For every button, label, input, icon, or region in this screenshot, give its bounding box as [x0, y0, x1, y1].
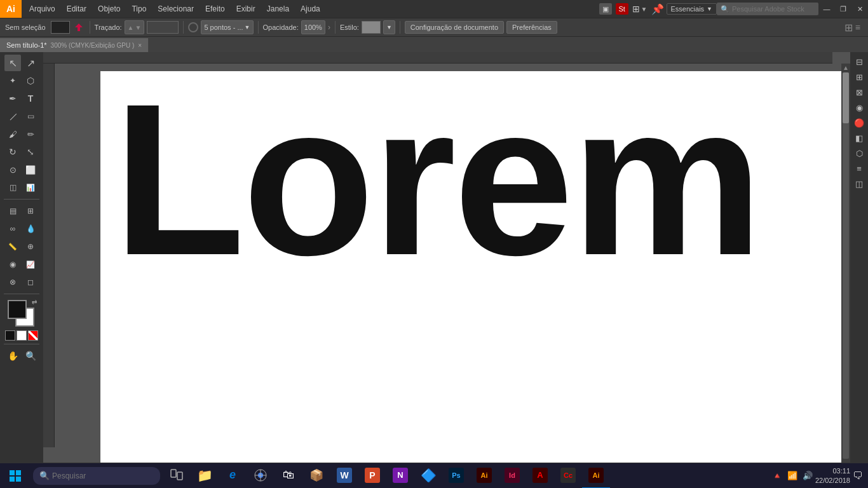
- preferencias-button[interactable]: Preferências: [506, 21, 557, 34]
- vertical-scrollbar[interactable]: ▲ ▼: [841, 64, 850, 468]
- tray-network-icon[interactable]: 📶: [787, 471, 797, 480]
- arrange-icon[interactable]: ⊞: [844, 22, 853, 34]
- eraser-tool-button[interactable]: ◻: [22, 274, 39, 290]
- right-panel-btn-5[interactable]: 🔴: [852, 116, 866, 130]
- black-swatch[interactable]: [5, 330, 15, 341]
- right-panel-btn-1[interactable]: ⊟: [852, 55, 866, 69]
- pencil-tool-button[interactable]: ✏: [22, 126, 39, 142]
- scroll-thumb-vertical[interactable]: [843, 72, 849, 123]
- acrobat-button[interactable]: A: [526, 463, 554, 489]
- free-transform-tool-button[interactable]: ⬜: [22, 161, 39, 178]
- close-button[interactable]: ✕: [851, 0, 868, 18]
- powerpoint-button[interactable]: P: [358, 463, 386, 489]
- illustrator-taskbar-button[interactable]: Ai: [470, 463, 498, 489]
- menu-janela[interactable]: Janela: [262, 2, 294, 16]
- swap-colors-icon[interactable]: ⇄: [32, 299, 37, 306]
- tray-icon-1[interactable]: 🔺: [772, 471, 782, 480]
- paintbrush-tool-button[interactable]: 🖌: [4, 126, 21, 142]
- indesign-button[interactable]: Id: [498, 463, 526, 489]
- white-swatch[interactable]: [17, 330, 27, 341]
- scroll-up-button[interactable]: ▲: [842, 64, 850, 71]
- right-panel-btn-2[interactable]: ⊞: [852, 70, 866, 84]
- taskbar-search-input[interactable]: [52, 471, 154, 480]
- lorem-text: Lorem: [100, 71, 761, 287]
- word-button[interactable]: W: [330, 463, 358, 489]
- warp-tool-button[interactable]: ⊙: [4, 161, 21, 178]
- taskbar-search-box[interactable]: 🔍: [33, 467, 160, 485]
- tray-volume-icon[interactable]: 🔊: [803, 471, 813, 480]
- zoom-tool-button[interactable]: 🔍: [22, 348, 39, 364]
- spray-tool-button[interactable]: ⊕: [22, 238, 39, 255]
- none-swatch[interactable]: [28, 330, 38, 341]
- illustrator-active-button[interactable]: Ai: [582, 463, 610, 489]
- blend-tool-button[interactable]: ∞: [4, 220, 21, 237]
- symbol-tool-button[interactable]: ◉: [4, 256, 21, 273]
- brush-size-dropdown[interactable]: 5 pontos - ... ▼: [201, 20, 253, 34]
- workspace-button[interactable]: Essenciais ▼: [667, 3, 717, 15]
- opacidade-input[interactable]: 100%: [301, 20, 325, 34]
- stroke-circle: [188, 22, 198, 32]
- document-tab[interactable]: Sem título-1* 300% (CMYK/Exibição GPU ) …: [0, 38, 149, 52]
- rotate-tool-button[interactable]: ↻: [4, 144, 21, 160]
- sep-3: [258, 21, 259, 34]
- rect-tool-button[interactable]: ▭: [22, 108, 39, 125]
- perspective-tool-button[interactable]: ◫: [4, 179, 21, 196]
- direct-select-tool-button[interactable]: ↗: [22, 55, 39, 71]
- menu-ajuda[interactable]: Ajuda: [295, 2, 325, 16]
- slice-tool-button[interactable]: ⊗: [4, 274, 21, 290]
- edge-button[interactable]: e: [219, 463, 247, 489]
- creative-cloud-button[interactable]: Cc: [554, 463, 582, 489]
- menu-tipo[interactable]: Tipo: [126, 2, 151, 16]
- fill-color[interactable]: [51, 21, 70, 34]
- right-panel-btn-4[interactable]: ◉: [852, 100, 866, 114]
- chart-tool-button[interactable]: 📊: [22, 179, 39, 196]
- type-tool-button[interactable]: T: [22, 90, 39, 107]
- menu-efeito[interactable]: Efeito: [200, 2, 230, 16]
- task-view-button[interactable]: [163, 463, 191, 489]
- right-panel-btn-8[interactable]: ≡: [852, 161, 866, 175]
- ai-logo-icon: Ai: [0, 0, 22, 18]
- right-panel-btn-9[interactable]: ◫: [852, 177, 866, 191]
- dropbox-button[interactable]: 📦: [302, 463, 330, 489]
- toolbar-right-icon[interactable]: ≡: [855, 22, 860, 32]
- magic-wand-tool-button[interactable]: ✦: [4, 72, 21, 89]
- gradient-tool-button[interactable]: ▤: [4, 203, 21, 219]
- hand-tool-button[interactable]: ✋: [4, 348, 21, 364]
- menu-objeto[interactable]: Objeto: [93, 2, 125, 16]
- measure-tool-button[interactable]: 📏: [4, 238, 21, 255]
- file-explorer-button[interactable]: 📁: [191, 463, 219, 489]
- onenote-button[interactable]: N: [386, 463, 414, 489]
- eyedropper-tool-button[interactable]: 💧: [22, 220, 39, 237]
- tab-close-button[interactable]: ×: [138, 42, 142, 49]
- right-panel-btn-7[interactable]: ⬡: [852, 146, 866, 160]
- right-panel-btn-3[interactable]: ⊠: [852, 85, 866, 99]
- windows-start-button[interactable]: [0, 463, 31, 489]
- adobe-stock-search[interactable]: 🔍: [717, 3, 818, 15]
- store-button[interactable]: 🛍: [275, 463, 302, 489]
- notification-icon[interactable]: 🗨: [853, 470, 863, 482]
- foreground-color-swatch[interactable]: [8, 300, 27, 319]
- menu-arquivo[interactable]: Arquivo: [24, 2, 60, 16]
- chrome-button[interactable]: [247, 463, 275, 489]
- mesh-tool-button[interactable]: ⊞: [22, 203, 39, 219]
- photoshop-button[interactable]: Ps: [442, 463, 470, 489]
- line-tool-button[interactable]: —: [1, 105, 25, 128]
- search-input[interactable]: [732, 5, 815, 13]
- tracado-dropdown[interactable]: ▲ ▼: [125, 20, 145, 34]
- estilo-dropdown[interactable]: ▼: [383, 20, 395, 34]
- menu-selecionar[interactable]: Selecionar: [153, 2, 199, 16]
- menu-exibir[interactable]: Exibir: [231, 2, 261, 16]
- layout-switcher[interactable]: ⊞ ▼: [632, 4, 648, 14]
- lasso-tool-button[interactable]: ⬡: [22, 72, 39, 89]
- select-tool-button[interactable]: ↖: [4, 55, 21, 71]
- column-graph-tool-button[interactable]: 📈: [22, 256, 39, 273]
- clock-area[interactable]: 03:11 22/02/2018: [815, 466, 850, 485]
- blender-button[interactable]: 🔷: [414, 463, 442, 489]
- config-documento-button[interactable]: Configuração de documento: [405, 21, 504, 34]
- minimize-button[interactable]: —: [818, 0, 835, 18]
- scale-tool-button[interactable]: ⤡: [22, 144, 39, 160]
- right-panel-btn-6[interactable]: ◧: [852, 131, 866, 145]
- maximize-button[interactable]: ❐: [835, 0, 851, 18]
- color-options-icon[interactable]: [72, 21, 85, 34]
- menu-editar[interactable]: Editar: [62, 2, 92, 16]
